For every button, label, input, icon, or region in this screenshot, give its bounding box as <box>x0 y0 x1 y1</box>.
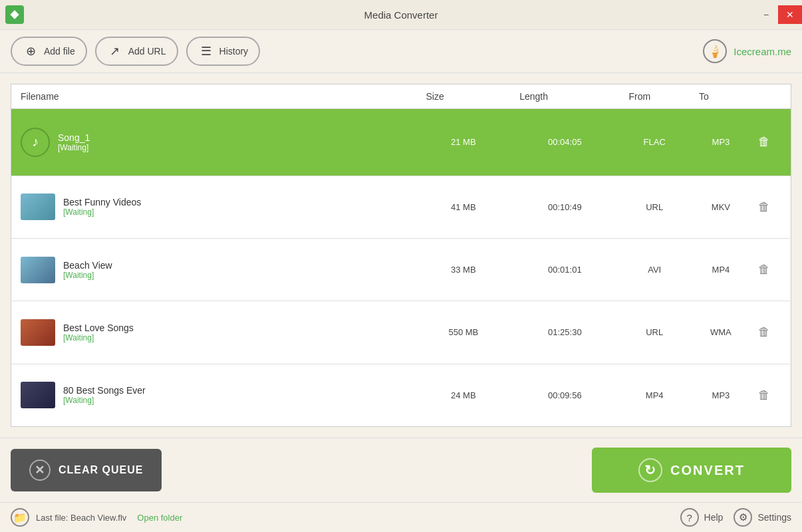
table-row[interactable]: Best Funny Videos [Waiting] 41 MB 00:10:… <box>11 176 791 238</box>
delete-button[interactable]: 🗑 <box>752 321 776 344</box>
last-file-text: Last file: Beach View.flv <box>36 513 126 523</box>
file-status: [Waiting] <box>58 143 90 152</box>
file-from: URL <box>619 176 690 238</box>
table-row[interactable]: ♪ Song_1 [Waiting] 21 MB 00:04:05 FLAC M… <box>11 109 791 176</box>
title-bar: Media Converter − ✕ <box>0 0 802 30</box>
file-name: Best Love Songs <box>63 323 134 333</box>
file-name: Beach View <box>63 260 112 271</box>
delete-button[interactable]: 🗑 <box>752 195 776 219</box>
close-button[interactable]: ✕ <box>778 5 802 24</box>
share-icon: ↗ <box>107 43 123 59</box>
file-status: [Waiting] <box>63 271 112 280</box>
add-file-label: Add file <box>44 46 75 57</box>
toolbar: ⊕ Add file ↗ Add URL ☰ History 🍦 Icecrea… <box>0 30 802 73</box>
file-to: MP3 <box>690 364 752 426</box>
file-from: URL <box>619 301 690 364</box>
bottom-bar: ✕ CLEAR QUEUE ↻ CONVERT <box>0 438 802 502</box>
table-row[interactable]: 80 Best Songs Ever [Waiting] 24 MB 00:09… <box>11 364 791 426</box>
file-size: 21 MB <box>416 109 510 176</box>
col-header-to: To <box>690 84 752 109</box>
help-button[interactable]: ? Help <box>680 508 724 527</box>
main-content: Filename Size Length From To ♪ Song_1 [W… <box>0 73 802 438</box>
file-to: WMA <box>690 301 752 364</box>
convert-button[interactable]: ↻ CONVERT <box>592 448 791 493</box>
convert-icon: ↻ <box>638 458 662 482</box>
delete-button[interactable]: 🗑 <box>752 383 776 407</box>
minimize-button[interactable]: − <box>754 5 778 24</box>
add-file-button[interactable]: ⊕ Add file <box>11 37 87 66</box>
col-header-size: Size <box>416 84 510 109</box>
file-size: 33 MB <box>416 238 510 301</box>
icecream-link[interactable]: 🍦 Icecream.me <box>703 39 791 63</box>
file-name: Best Funny Videos <box>63 197 141 207</box>
help-icon: ? <box>680 508 699 527</box>
file-to: MP3 <box>690 109 752 176</box>
list-icon: ☰ <box>198 43 214 59</box>
plus-icon: ⊕ <box>23 43 39 59</box>
file-status: [Waiting] <box>63 396 146 405</box>
add-url-label: Add URL <box>128 46 166 57</box>
col-header-delete <box>752 84 791 109</box>
file-status: [Waiting] <box>63 207 141 217</box>
file-from: MP4 <box>619 364 690 426</box>
file-name: Song_1 <box>58 132 90 143</box>
file-size: 41 MB <box>416 176 510 238</box>
open-folder-link[interactable]: Open folder <box>137 513 182 523</box>
table-row[interactable]: Beach View [Waiting] 33 MB 00:01:01 AVI … <box>11 238 791 301</box>
history-button[interactable]: ☰ History <box>186 37 261 66</box>
delete-cell: 🗑 <box>752 364 791 426</box>
history-label: History <box>219 46 249 57</box>
file-to: MKV <box>690 176 752 238</box>
app-icon <box>5 5 24 24</box>
col-header-filename: Filename <box>11 84 417 109</box>
settings-icon: ⚙ <box>734 508 752 527</box>
icecream-label: Icecream.me <box>734 46 791 57</box>
delete-cell: 🗑 <box>752 238 791 301</box>
file-table: Filename Size Length From To ♪ Song_1 [W… <box>11 84 791 427</box>
add-url-button[interactable]: ↗ Add URL <box>95 37 178 66</box>
settings-label: Settings <box>757 512 791 523</box>
delete-button[interactable]: 🗑 <box>752 258 776 282</box>
file-length: 01:25:30 <box>510 301 619 364</box>
filename-cell: Beach View [Waiting] <box>11 238 417 301</box>
file-length: 00:10:49 <box>510 176 619 238</box>
delete-cell: 🗑 <box>752 176 791 238</box>
filename-cell: Best Funny Videos [Waiting] <box>11 176 417 238</box>
folder-icon: 📁 <box>11 508 29 527</box>
icecream-icon: 🍦 <box>703 39 727 63</box>
filename-cell: 80 Best Songs Ever [Waiting] <box>11 364 417 426</box>
table-row[interactable]: Best Love Songs [Waiting] 550 MB 01:25:3… <box>11 301 791 364</box>
status-bar: 📁 Last file: Beach View.flv Open folder … <box>0 502 802 532</box>
file-from: FLAC <box>619 109 690 176</box>
file-size: 550 MB <box>416 301 510 364</box>
file-name: 80 Best Songs Ever <box>63 385 146 396</box>
delete-button[interactable]: 🗑 <box>752 130 776 154</box>
clear-queue-button[interactable]: ✕ CLEAR QUEUE <box>11 449 162 491</box>
window-title: Media Converter <box>364 9 438 21</box>
file-status: [Waiting] <box>63 333 134 342</box>
filename-cell: Best Love Songs [Waiting] <box>11 301 417 364</box>
file-from: AVI <box>619 238 690 301</box>
clear-queue-label: CLEAR QUEUE <box>59 464 143 476</box>
file-size: 24 MB <box>416 364 510 426</box>
convert-label: CONVERT <box>670 463 745 478</box>
file-to: MP4 <box>690 238 752 301</box>
delete-cell: 🗑 <box>752 109 791 176</box>
settings-button[interactable]: ⚙ Settings <box>734 508 791 527</box>
col-header-from: From <box>619 84 690 109</box>
delete-cell: 🗑 <box>752 301 791 364</box>
file-length: 00:01:01 <box>510 238 619 301</box>
help-label: Help <box>704 512 724 523</box>
col-header-length: Length <box>510 84 619 109</box>
file-length: 00:09:56 <box>510 364 619 426</box>
clear-icon: ✕ <box>29 460 51 481</box>
file-length: 00:04:05 <box>510 109 619 176</box>
filename-cell: ♪ Song_1 [Waiting] <box>11 109 417 176</box>
